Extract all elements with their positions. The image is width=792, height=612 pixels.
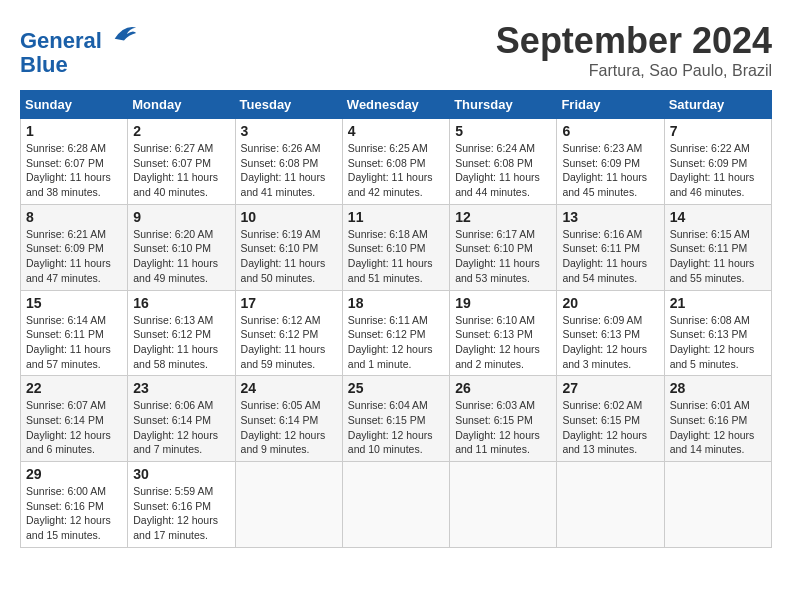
- day-info: Sunrise: 6:24 AM Sunset: 6:08 PM Dayligh…: [455, 141, 551, 200]
- calendar-week-5: 29Sunrise: 6:00 AM Sunset: 6:16 PM Dayli…: [21, 462, 772, 548]
- calendar-week-1: 1Sunrise: 6:28 AM Sunset: 6:07 PM Daylig…: [21, 119, 772, 205]
- calendar-cell: [235, 462, 342, 548]
- day-number: 16: [133, 295, 229, 311]
- day-info: Sunrise: 5:59 AM Sunset: 6:16 PM Dayligh…: [133, 484, 229, 543]
- day-header-thursday: Thursday: [450, 91, 557, 119]
- calendar-cell: [664, 462, 771, 548]
- calendar-week-4: 22Sunrise: 6:07 AM Sunset: 6:14 PM Dayli…: [21, 376, 772, 462]
- calendar-cell: 4Sunrise: 6:25 AM Sunset: 6:08 PM Daylig…: [342, 119, 449, 205]
- day-number: 12: [455, 209, 551, 225]
- day-number: 26: [455, 380, 551, 396]
- calendar-cell: 5Sunrise: 6:24 AM Sunset: 6:08 PM Daylig…: [450, 119, 557, 205]
- day-info: Sunrise: 6:27 AM Sunset: 6:07 PM Dayligh…: [133, 141, 229, 200]
- calendar-cell: 9Sunrise: 6:20 AM Sunset: 6:10 PM Daylig…: [128, 204, 235, 290]
- day-info: Sunrise: 6:12 AM Sunset: 6:12 PM Dayligh…: [241, 313, 337, 372]
- day-number: 15: [26, 295, 122, 311]
- calendar-cell: 12Sunrise: 6:17 AM Sunset: 6:10 PM Dayli…: [450, 204, 557, 290]
- day-info: Sunrise: 6:16 AM Sunset: 6:11 PM Dayligh…: [562, 227, 658, 286]
- calendar-cell: 8Sunrise: 6:21 AM Sunset: 6:09 PM Daylig…: [21, 204, 128, 290]
- calendar-table: SundayMondayTuesdayWednesdayThursdayFrid…: [20, 90, 772, 548]
- calendar-cell: 7Sunrise: 6:22 AM Sunset: 6:09 PM Daylig…: [664, 119, 771, 205]
- calendar-cell: [342, 462, 449, 548]
- day-info: Sunrise: 6:01 AM Sunset: 6:16 PM Dayligh…: [670, 398, 766, 457]
- day-number: 28: [670, 380, 766, 396]
- day-info: Sunrise: 6:26 AM Sunset: 6:08 PM Dayligh…: [241, 141, 337, 200]
- calendar-cell: 6Sunrise: 6:23 AM Sunset: 6:09 PM Daylig…: [557, 119, 664, 205]
- calendar-cell: 2Sunrise: 6:27 AM Sunset: 6:07 PM Daylig…: [128, 119, 235, 205]
- day-info: Sunrise: 6:00 AM Sunset: 6:16 PM Dayligh…: [26, 484, 122, 543]
- calendar-cell: 24Sunrise: 6:05 AM Sunset: 6:14 PM Dayli…: [235, 376, 342, 462]
- day-header-saturday: Saturday: [664, 91, 771, 119]
- day-number: 1: [26, 123, 122, 139]
- location-subtitle: Fartura, Sao Paulo, Brazil: [496, 62, 772, 80]
- day-info: Sunrise: 6:19 AM Sunset: 6:10 PM Dayligh…: [241, 227, 337, 286]
- day-info: Sunrise: 6:18 AM Sunset: 6:10 PM Dayligh…: [348, 227, 444, 286]
- day-number: 8: [26, 209, 122, 225]
- calendar-cell: 1Sunrise: 6:28 AM Sunset: 6:07 PM Daylig…: [21, 119, 128, 205]
- calendar-cell: 26Sunrise: 6:03 AM Sunset: 6:15 PM Dayli…: [450, 376, 557, 462]
- title-block: September 2024 Fartura, Sao Paulo, Brazi…: [496, 20, 772, 80]
- calendar-cell: 20Sunrise: 6:09 AM Sunset: 6:13 PM Dayli…: [557, 290, 664, 376]
- day-info: Sunrise: 6:21 AM Sunset: 6:09 PM Dayligh…: [26, 227, 122, 286]
- calendar-cell: 3Sunrise: 6:26 AM Sunset: 6:08 PM Daylig…: [235, 119, 342, 205]
- day-number: 5: [455, 123, 551, 139]
- calendar-cell: 28Sunrise: 6:01 AM Sunset: 6:16 PM Dayli…: [664, 376, 771, 462]
- day-header-monday: Monday: [128, 91, 235, 119]
- day-number: 6: [562, 123, 658, 139]
- calendar-cell: 11Sunrise: 6:18 AM Sunset: 6:10 PM Dayli…: [342, 204, 449, 290]
- calendar-cell: 13Sunrise: 6:16 AM Sunset: 6:11 PM Dayli…: [557, 204, 664, 290]
- day-header-wednesday: Wednesday: [342, 91, 449, 119]
- day-number: 9: [133, 209, 229, 225]
- calendar-cell: 17Sunrise: 6:12 AM Sunset: 6:12 PM Dayli…: [235, 290, 342, 376]
- day-info: Sunrise: 6:08 AM Sunset: 6:13 PM Dayligh…: [670, 313, 766, 372]
- calendar-cell: 15Sunrise: 6:14 AM Sunset: 6:11 PM Dayli…: [21, 290, 128, 376]
- day-info: Sunrise: 6:05 AM Sunset: 6:14 PM Dayligh…: [241, 398, 337, 457]
- day-number: 13: [562, 209, 658, 225]
- day-header-sunday: Sunday: [21, 91, 128, 119]
- day-number: 10: [241, 209, 337, 225]
- day-number: 20: [562, 295, 658, 311]
- calendar-header-row: SundayMondayTuesdayWednesdayThursdayFrid…: [21, 91, 772, 119]
- day-number: 3: [241, 123, 337, 139]
- calendar-cell: 10Sunrise: 6:19 AM Sunset: 6:10 PM Dayli…: [235, 204, 342, 290]
- day-info: Sunrise: 6:17 AM Sunset: 6:10 PM Dayligh…: [455, 227, 551, 286]
- calendar-cell: 27Sunrise: 6:02 AM Sunset: 6:15 PM Dayli…: [557, 376, 664, 462]
- logo-bird-icon: [110, 20, 138, 48]
- day-number: 27: [562, 380, 658, 396]
- calendar-cell: 29Sunrise: 6:00 AM Sunset: 6:16 PM Dayli…: [21, 462, 128, 548]
- calendar-cell: 16Sunrise: 6:13 AM Sunset: 6:12 PM Dayli…: [128, 290, 235, 376]
- calendar-week-3: 15Sunrise: 6:14 AM Sunset: 6:11 PM Dayli…: [21, 290, 772, 376]
- calendar-cell: [450, 462, 557, 548]
- day-number: 25: [348, 380, 444, 396]
- day-info: Sunrise: 6:13 AM Sunset: 6:12 PM Dayligh…: [133, 313, 229, 372]
- calendar-cell: 30Sunrise: 5:59 AM Sunset: 6:16 PM Dayli…: [128, 462, 235, 548]
- day-info: Sunrise: 6:11 AM Sunset: 6:12 PM Dayligh…: [348, 313, 444, 372]
- day-info: Sunrise: 6:06 AM Sunset: 6:14 PM Dayligh…: [133, 398, 229, 457]
- day-info: Sunrise: 6:25 AM Sunset: 6:08 PM Dayligh…: [348, 141, 444, 200]
- day-number: 7: [670, 123, 766, 139]
- calendar-cell: 22Sunrise: 6:07 AM Sunset: 6:14 PM Dayli…: [21, 376, 128, 462]
- page-header: General Blue September 2024 Fartura, Sao…: [20, 20, 772, 80]
- day-number: 18: [348, 295, 444, 311]
- day-number: 14: [670, 209, 766, 225]
- calendar-body: 1Sunrise: 6:28 AM Sunset: 6:07 PM Daylig…: [21, 119, 772, 548]
- day-info: Sunrise: 6:28 AM Sunset: 6:07 PM Dayligh…: [26, 141, 122, 200]
- logo: General Blue: [20, 20, 138, 77]
- day-info: Sunrise: 6:20 AM Sunset: 6:10 PM Dayligh…: [133, 227, 229, 286]
- calendar-cell: 25Sunrise: 6:04 AM Sunset: 6:15 PM Dayli…: [342, 376, 449, 462]
- calendar-cell: [557, 462, 664, 548]
- day-info: Sunrise: 6:22 AM Sunset: 6:09 PM Dayligh…: [670, 141, 766, 200]
- day-number: 30: [133, 466, 229, 482]
- day-info: Sunrise: 6:14 AM Sunset: 6:11 PM Dayligh…: [26, 313, 122, 372]
- day-header-friday: Friday: [557, 91, 664, 119]
- day-number: 21: [670, 295, 766, 311]
- calendar-cell: 23Sunrise: 6:06 AM Sunset: 6:14 PM Dayli…: [128, 376, 235, 462]
- calendar-cell: 19Sunrise: 6:10 AM Sunset: 6:13 PM Dayli…: [450, 290, 557, 376]
- day-info: Sunrise: 6:23 AM Sunset: 6:09 PM Dayligh…: [562, 141, 658, 200]
- day-number: 11: [348, 209, 444, 225]
- calendar-cell: 18Sunrise: 6:11 AM Sunset: 6:12 PM Dayli…: [342, 290, 449, 376]
- calendar-cell: 21Sunrise: 6:08 AM Sunset: 6:13 PM Dayli…: [664, 290, 771, 376]
- calendar-week-2: 8Sunrise: 6:21 AM Sunset: 6:09 PM Daylig…: [21, 204, 772, 290]
- logo-text: General: [20, 20, 138, 53]
- day-number: 2: [133, 123, 229, 139]
